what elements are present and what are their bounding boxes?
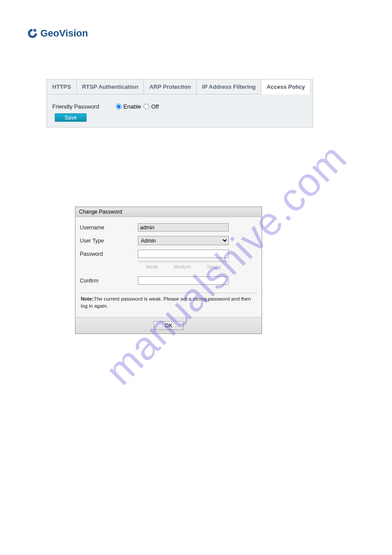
- strength-weak: Weak: [146, 264, 158, 269]
- dialog-title: Change Password: [76, 207, 262, 217]
- password-input[interactable]: [138, 250, 229, 258]
- strength-labels: Weak Medium Strong: [138, 264, 229, 269]
- tab-https[interactable]: HTTPS: [47, 80, 77, 94]
- note-bold: Note:: [81, 296, 94, 301]
- friendly-password-row: Friendly Password Enable Off: [52, 103, 307, 110]
- enable-radio[interactable]: [116, 104, 122, 109]
- off-radio[interactable]: [144, 104, 149, 109]
- tab-content-access-policy: Friendly Password Enable Off Save: [47, 94, 313, 127]
- tab-arp-protection[interactable]: ARP Protection: [144, 80, 197, 94]
- confirm-input[interactable]: [138, 276, 229, 285]
- strength-strong: Strong: [207, 264, 221, 269]
- tab-access-policy[interactable]: Access Policy: [261, 80, 310, 94]
- usertype-label: User Type: [80, 238, 138, 244]
- enable-label: Enable: [123, 103, 141, 110]
- tab-ip-address-filtering[interactable]: IP Address Filtering: [197, 80, 261, 94]
- strength-bar: [138, 261, 229, 262]
- brand-logo: GeoVision: [26, 27, 88, 40]
- username-input: [138, 223, 229, 232]
- password-strength: Weak Medium Strong: [138, 261, 257, 269]
- dialog-footer: OK: [76, 317, 262, 334]
- tab-rtsp-authentication[interactable]: RTSP Authentication: [77, 80, 144, 94]
- usertype-row: User Type Admin: [80, 236, 257, 245]
- friendly-password-radio-group: Enable Off: [116, 103, 159, 110]
- dialog-divider: [80, 293, 257, 293]
- off-label: Off: [151, 103, 158, 110]
- dialog-body: Username User Type Admin Password Weak M…: [76, 217, 262, 317]
- brand-name: GeoVision: [40, 28, 88, 39]
- tab-bar: HTTPS RTSP Authentication ARP Protection…: [47, 80, 313, 94]
- confirm-label: Confirm: [80, 278, 138, 284]
- dialog-note: Note:The current password is weak. Pleas…: [80, 296, 257, 313]
- strength-medium: Medium: [174, 264, 191, 269]
- ok-button[interactable]: OK: [154, 321, 183, 330]
- geovision-logo-icon: [26, 27, 39, 40]
- friendly-password-label: Friendly Password: [52, 103, 116, 110]
- usertype-select[interactable]: Admin: [138, 236, 229, 245]
- password-row: Password: [80, 250, 257, 258]
- save-button[interactable]: Save: [55, 113, 86, 122]
- svg-point-0: [33, 29, 36, 32]
- username-row: Username: [80, 223, 257, 232]
- confirm-row: Confirm: [80, 276, 257, 285]
- username-label: Username: [80, 225, 138, 231]
- enable-option[interactable]: Enable: [116, 103, 141, 110]
- note-text: The current password is weak. Please set…: [81, 296, 251, 308]
- security-settings-panel: HTTPS RTSP Authentication ARP Protection…: [47, 79, 313, 127]
- change-password-dialog: Change Password Username User Type Admin…: [75, 207, 262, 334]
- password-label: Password: [80, 251, 138, 257]
- off-option[interactable]: Off: [144, 103, 158, 110]
